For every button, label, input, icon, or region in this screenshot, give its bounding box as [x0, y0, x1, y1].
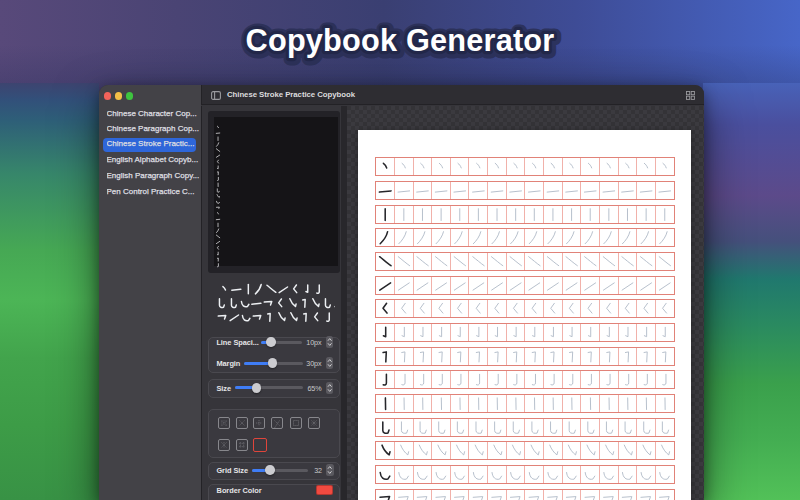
- svg-text:Copybook Generator: Copybook Generator: [246, 23, 555, 58]
